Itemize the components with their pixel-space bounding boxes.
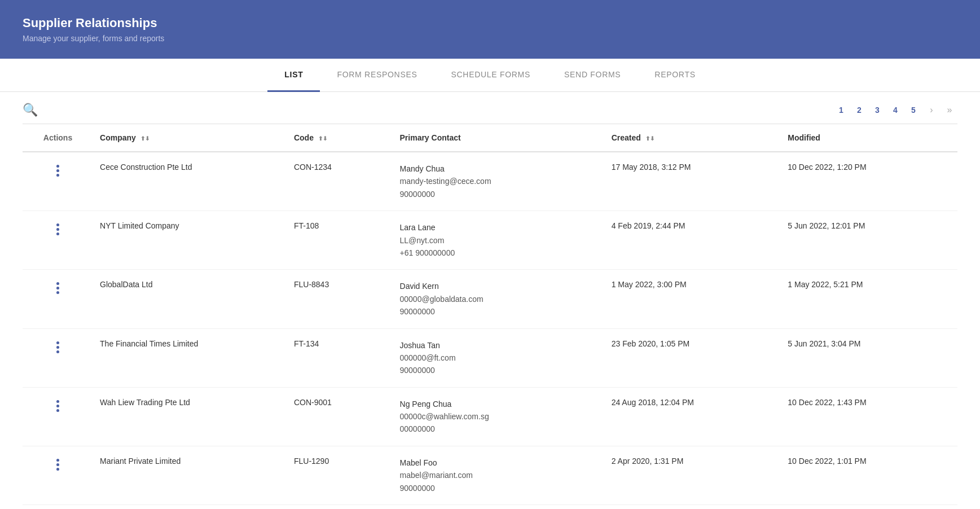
- nav-tabs: LIST FORM RESPONSES SCHEDULE FORMS SEND …: [0, 59, 980, 92]
- page-2-button[interactable]: 2: [851, 102, 867, 118]
- dot-3: [56, 174, 59, 177]
- action-menu-button[interactable]: [29, 163, 86, 179]
- row-created: 4 Feb 2019, 2:44 PM: [605, 211, 781, 270]
- search-icon[interactable]: 🔍: [23, 103, 38, 117]
- contact-phone: 90000000: [400, 364, 598, 376]
- company-sort-icon: ⬆⬇: [140, 135, 150, 142]
- col-header-created[interactable]: Created ⬆⬇: [605, 124, 781, 152]
- contact-name: Mabel Foo: [400, 457, 598, 469]
- contact-phone: +61 900000000: [400, 247, 598, 259]
- dot-1: [56, 165, 59, 168]
- col-header-actions: Actions: [23, 124, 93, 152]
- row-modified: 10 Dec 2022, 1:01 PM: [781, 446, 957, 504]
- contact-name: Ng Peng Chua: [400, 398, 598, 410]
- contact-name: David Kern: [400, 280, 598, 292]
- next-page-button[interactable]: ›: [924, 102, 939, 118]
- page-subtitle: Manage your supplier, forms and reports: [23, 34, 957, 43]
- contact-email: LL@nyt.com: [400, 234, 598, 247]
- row-contact: Joshua Tan 000000@ft.com 90000000: [393, 328, 605, 387]
- table-row: Wah Liew Trading Pte Ltd CON-9001 Ng Pen…: [23, 387, 957, 446]
- contact-email: 00000c@wahliew.com.sg: [400, 410, 598, 423]
- page-1-button[interactable]: 1: [833, 102, 849, 118]
- page-4-button[interactable]: 4: [887, 102, 903, 118]
- row-contact: Ng Peng Chua 00000c@wahliew.com.sg 00000…: [393, 387, 605, 446]
- dot-1: [56, 341, 59, 344]
- page-5-button[interactable]: 5: [906, 102, 921, 118]
- contact-email: mandy-testing@cece.com: [400, 175, 598, 187]
- row-code: CON-1234: [287, 152, 393, 211]
- col-header-company[interactable]: Company ⬆⬇: [93, 124, 287, 152]
- toolbar: 🔍 1 2 3 4 5 › »: [0, 92, 980, 124]
- dot-2: [56, 463, 59, 466]
- row-contact: Lara Lane LL@nyt.com +61 900000000: [393, 211, 605, 270]
- row-contact: Mabel Foo mabel@mariant.com 90000000: [393, 446, 605, 504]
- col-header-modified: Modified: [781, 124, 957, 152]
- dot-1: [56, 459, 59, 462]
- table-header-row: Actions Company ⬆⬇ Code ⬆⬇ Primary Conta…: [23, 124, 957, 152]
- row-company: Cece Construction Pte Ltd: [93, 152, 287, 211]
- row-modified: 5 Jun 2021, 3:04 PM: [781, 328, 957, 387]
- action-menu-button[interactable]: [29, 339, 86, 356]
- dot-2: [56, 169, 59, 172]
- contact-email: mabel@mariant.com: [400, 469, 598, 481]
- code-sort-icon: ⬆⬇: [318, 135, 327, 142]
- action-menu-button[interactable]: [29, 457, 86, 473]
- contact-email: 00000@globaldata.com: [400, 293, 598, 305]
- page-3-button[interactable]: 3: [869, 102, 885, 118]
- row-created: 23 Feb 2020, 1:05 PM: [605, 328, 781, 387]
- dot-3: [56, 232, 59, 235]
- contact-phone: 90000000: [400, 188, 598, 200]
- created-sort-icon: ⬆⬇: [645, 135, 654, 142]
- row-modified: 10 Dec 2022, 1:20 PM: [781, 152, 957, 211]
- tab-schedule-forms[interactable]: SCHEDULE FORMS: [434, 59, 547, 92]
- tab-reports[interactable]: REPORTS: [638, 59, 712, 92]
- dot-3: [56, 468, 59, 471]
- row-actions-cell: [23, 387, 93, 446]
- dot-2: [56, 405, 59, 407]
- action-menu-button[interactable]: [29, 280, 86, 296]
- row-created: 24 Aug 2018, 12:04 PM: [605, 387, 781, 446]
- last-page-button[interactable]: »: [942, 102, 957, 118]
- table-row: GlobalData Ltd FLU-8843 David Kern 00000…: [23, 270, 957, 328]
- action-menu-button[interactable]: [29, 221, 86, 238]
- dot-1: [56, 282, 59, 285]
- row-code: CON-9001: [287, 387, 393, 446]
- tab-form-responses[interactable]: FORM RESPONSES: [320, 59, 434, 92]
- row-company: Wah Liew Trading Pte Ltd: [93, 387, 287, 446]
- row-company: NYT Limited Company: [93, 211, 287, 270]
- table-row: Mariant Private Limited FLU-1290 Mabel F…: [23, 446, 957, 504]
- col-header-code[interactable]: Code ⬆⬇: [287, 124, 393, 152]
- row-created: 2 Apr 2020, 1:31 PM: [605, 446, 781, 504]
- table-row: Cece Construction Pte Ltd CON-1234 Mandy…: [23, 152, 957, 211]
- row-contact: Mandy Chua mandy-testing@cece.com 900000…: [393, 152, 605, 211]
- tab-send-forms[interactable]: SEND FORMS: [547, 59, 638, 92]
- dot-2: [56, 287, 59, 289]
- dot-2: [56, 346, 59, 349]
- suppliers-table: Actions Company ⬆⬇ Code ⬆⬇ Primary Conta…: [23, 124, 957, 505]
- row-actions-cell: [23, 446, 93, 504]
- page-header: Supplier Relationships Manage your suppl…: [0, 0, 980, 59]
- dot-3: [56, 291, 59, 294]
- dot-1: [56, 223, 59, 226]
- dot-3: [56, 409, 59, 412]
- data-table-container: Actions Company ⬆⬇ Code ⬆⬇ Primary Conta…: [0, 124, 980, 505]
- row-code: FT-108: [287, 211, 393, 270]
- row-modified: 5 Jun 2022, 12:01 PM: [781, 211, 957, 270]
- row-code: FLU-8843: [287, 270, 393, 328]
- dot-3: [56, 350, 59, 353]
- contact-name: Joshua Tan: [400, 339, 598, 352]
- row-contact: David Kern 00000@globaldata.com 90000000: [393, 270, 605, 328]
- row-code: FT-134: [287, 328, 393, 387]
- row-actions-cell: [23, 328, 93, 387]
- row-actions-cell: [23, 152, 93, 211]
- contact-name: Mandy Chua: [400, 163, 598, 175]
- contact-name: Lara Lane: [400, 221, 598, 234]
- dot-2: [56, 228, 59, 231]
- pagination: 1 2 3 4 5 › »: [833, 102, 957, 118]
- contact-phone: 90000000: [400, 482, 598, 494]
- row-code: FLU-1290: [287, 446, 393, 504]
- row-company: GlobalData Ltd: [93, 270, 287, 328]
- tab-list[interactable]: LIST: [267, 59, 320, 92]
- action-menu-button[interactable]: [29, 398, 86, 414]
- row-actions-cell: [23, 270, 93, 328]
